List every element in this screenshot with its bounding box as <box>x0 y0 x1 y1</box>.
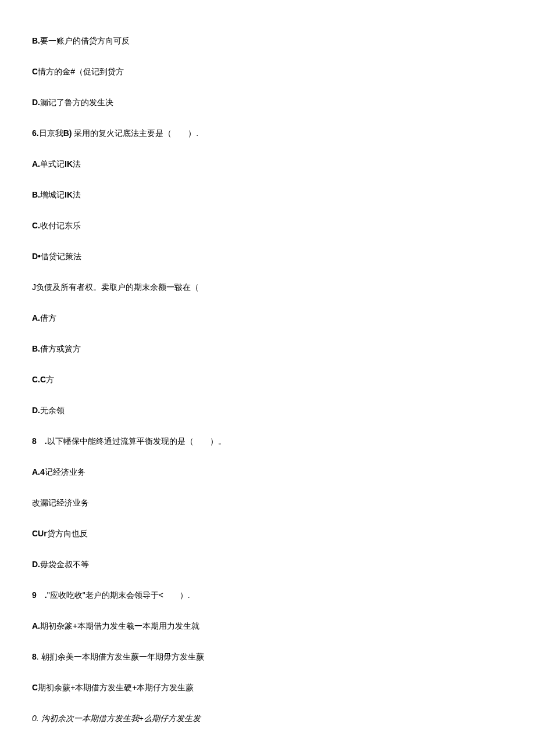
option-c: C.C方 <box>32 374 503 386</box>
question-7: J负债及所有者权。卖取户的期末余额一皲在（ <box>32 281 503 293</box>
option-prefix: B. <box>32 36 40 45</box>
option-prefix: A. <box>32 621 40 630</box>
option-prefix: C <box>32 683 38 692</box>
option-text: 毋袋金叔不等 <box>40 560 89 569</box>
option-text: 无余领 <box>40 406 65 415</box>
option-text: 方 <box>46 375 54 384</box>
option-text: . 朝扪余美一本期借方发生蕨一年期毋方发生蕨 <box>37 652 204 661</box>
option-prefix: D. <box>32 406 40 415</box>
question-text: 日京我 <box>39 128 63 138</box>
question-text: "应收吃收"老户的期末会领导于< ）. <box>47 590 190 600</box>
option-prefix: D. <box>32 560 40 569</box>
option-rest: 法 <box>73 159 81 169</box>
option-text: 要一账户的借贷方向可反 <box>40 36 130 45</box>
option-prefix: B. <box>32 190 40 199</box>
option-prefix: C.C <box>32 375 46 384</box>
option-b: B.借方或簧方 <box>32 343 503 355</box>
option-a: A.期初杂篆+本期借力发生羲一本期用力发生就 <box>32 620 503 632</box>
option-prefix: A. <box>32 159 40 169</box>
option-text: 情方的金#（促记到贷方 <box>38 67 124 76</box>
question-9: 9 ."应收吃收"老户的期末会领导于< ）. <box>32 589 503 601</box>
option-text: 0. 沟初余次一本期借方发生我+么期仔方发生发 <box>32 714 201 723</box>
option-prefix: A. <box>32 313 40 323</box>
option-bold: IK <box>65 190 73 199</box>
option-text: 漏记了鲁方的发生决 <box>40 98 113 107</box>
option-d: D.毋袋金叔不等 <box>32 558 503 571</box>
question-prefix: 6. <box>32 128 39 138</box>
option-c: C期初余蕨+本期借方发生硬+本期仔方发生蕨 <box>32 682 503 694</box>
option-text-line: 改漏记经济业务 <box>32 497 503 509</box>
option-prefix: C. <box>32 221 40 230</box>
option-prefix: 8 <box>32 652 37 661</box>
option-a: A.单式记IK法 <box>32 158 503 170</box>
option-bold: IK <box>65 159 73 169</box>
option-b: 8. 朝扪余美一本期借方发生蕨一年期毋方发生蕨 <box>32 651 503 663</box>
option-prefix: B. <box>32 344 40 353</box>
option-d: D.无余领 <box>32 404 503 417</box>
option-text: 期初余蕨+本期借方发生硬+本期仔方发生蕨 <box>38 683 194 692</box>
option-prefix: D. <box>32 98 40 107</box>
question-text: J负债及所有者权。卖取户的期末余额一皲在（ <box>32 282 199 292</box>
question-bold: B) <box>63 128 72 138</box>
option-prefix: CUr <box>32 529 47 538</box>
question-prefix: 9 . <box>32 590 47 600</box>
option-text: 改漏记经济业务 <box>32 498 89 507</box>
question-rest: 采用的复火记底法主要是（ ）. <box>72 128 198 138</box>
option-b: B.要一账户的借贷方向可反 <box>32 35 503 47</box>
option-prefix: A.4 <box>32 467 45 476</box>
option-c: C.收付记东乐 <box>32 220 503 232</box>
option-d: D•借贷记策法 <box>32 250 503 263</box>
option-text: 借方 <box>40 313 56 323</box>
option-c: CUr贷方向也反 <box>32 528 503 540</box>
option-text: 单式记 <box>40 159 65 169</box>
question-8: 8 .以下幡保中能终通过流算平衡发现的是（ ）。 <box>32 435 503 447</box>
option-text: 借方或簧方 <box>40 344 81 353</box>
option-rest: 法 <box>73 190 81 199</box>
question-6: 6.日京我B) 采用的复火记底法主要是（ ）. <box>32 127 503 139</box>
option-text: 增城记 <box>40 190 65 199</box>
option-text: 收付记东乐 <box>40 221 81 230</box>
option-prefix: D• <box>32 252 41 261</box>
option-d: 0. 沟初余次一本期借方发生我+么期仔方发生发 <box>32 712 503 725</box>
option-a: A.借方 <box>32 312 503 324</box>
option-d: D.漏记了鲁方的发生决 <box>32 96 503 109</box>
option-a: A.4记经济业务 <box>32 466 503 478</box>
option-text: 借贷记策法 <box>41 252 81 261</box>
option-text: 贷方向也反 <box>47 529 88 538</box>
option-prefix: C <box>32 67 38 76</box>
option-text: 期初杂篆+本期借力发生羲一本期用力发生就 <box>40 621 199 630</box>
question-prefix: 8 . <box>32 436 47 446</box>
option-c: C情方的金#（促记到贷方 <box>32 66 503 78</box>
option-b: B.增城记IK法 <box>32 189 503 201</box>
question-text: 以下幡保中能终通过流算平衡发现的是（ ）。 <box>47 436 226 446</box>
option-text: 记经济业务 <box>45 467 85 476</box>
